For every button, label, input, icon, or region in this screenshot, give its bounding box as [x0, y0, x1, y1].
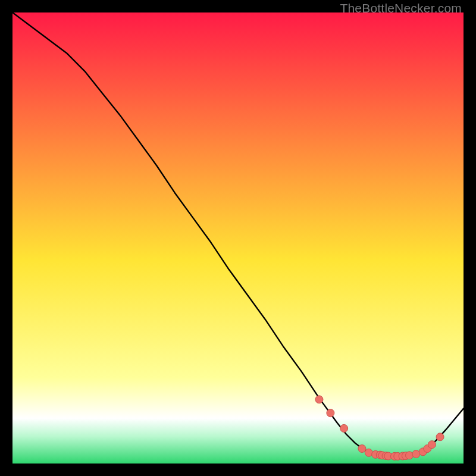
data-marker	[358, 444, 366, 452]
data-marker	[327, 409, 334, 417]
data-marker	[428, 441, 436, 449]
watermark-text: TheBottleNecker.com	[340, 1, 462, 15]
bottleneck-chart	[12, 12, 464, 464]
data-marker	[436, 433, 444, 441]
chart-frame	[12, 12, 464, 464]
data-marker	[340, 424, 348, 432]
gradient-background	[12, 12, 464, 464]
data-marker	[406, 452, 414, 459]
data-marker	[315, 396, 323, 403]
